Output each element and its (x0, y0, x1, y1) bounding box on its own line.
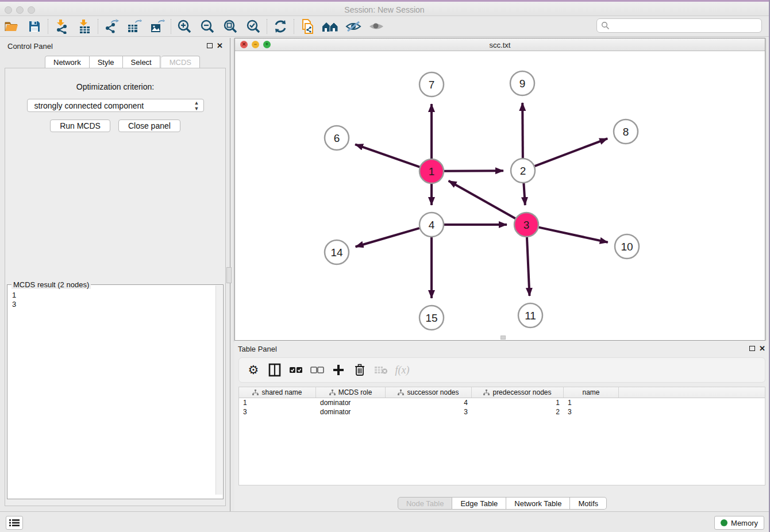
graph-node-label: 8 (623, 126, 629, 138)
application-window: Session: New Session Control Panel (0, 0, 770, 532)
graph-edge-2-3[interactable] (523, 183, 525, 205)
refresh-button[interactable] (269, 17, 292, 36)
graph-node-7[interactable]: 7 (419, 72, 444, 97)
cell-predecessor-nodes: 2 (472, 407, 564, 417)
graph-node-15[interactable]: 15 (419, 306, 444, 330)
import-network-button[interactable] (50, 17, 73, 36)
network-canvas[interactable]: 7968124310141511 (235, 51, 765, 340)
mcds-result-group: MCDS result (2 nodes) 1 3 (7, 284, 224, 499)
network-window-titlebar[interactable]: ✕ − + scc.txt (235, 38, 765, 51)
fx-icon: f(x) (395, 364, 410, 376)
graph-node-11[interactable]: 11 (518, 303, 542, 327)
tab-motifs[interactable]: Motifs (570, 497, 607, 510)
canvas-scroll-thumb[interactable] (500, 336, 506, 340)
control-panel-title: Control Panel (7, 42, 53, 51)
graph-node-10[interactable]: 10 (615, 234, 639, 259)
tab-edge-table[interactable]: Edge Table (452, 497, 506, 510)
open-session-button[interactable] (0, 17, 23, 36)
tab-style[interactable]: Style (90, 56, 123, 68)
graph-node-8[interactable]: 8 (614, 119, 638, 144)
graph-edge-2-8[interactable] (535, 138, 608, 166)
graph-node-1[interactable]: 1 (419, 159, 444, 183)
import-table-button[interactable] (73, 17, 96, 36)
show-all-button[interactable] (365, 17, 388, 36)
export-network-button[interactable] (100, 17, 123, 36)
checked-boxes-icon (289, 367, 303, 373)
export-table-button[interactable] (123, 17, 146, 36)
float-panel-icon[interactable] (749, 346, 755, 351)
first-neighbors-button[interactable] (319, 17, 342, 36)
float-panel-icon[interactable] (207, 43, 213, 48)
toolbar-separator (267, 19, 267, 34)
table-row[interactable]: 3 dominator 3 2 3 (239, 407, 765, 417)
task-history-button[interactable] (6, 516, 23, 530)
import-table-icon (78, 19, 91, 34)
graph-node-4[interactable]: 4 (419, 213, 444, 237)
save-session-button[interactable] (23, 17, 46, 36)
cell-mcds-role: dominator (316, 398, 386, 407)
graph-node-14[interactable]: 14 (325, 240, 349, 264)
graph-edge-1-6[interactable] (355, 144, 419, 167)
hide-selected-button[interactable] (342, 17, 365, 36)
graph-edge-3-11[interactable] (527, 237, 530, 296)
graph-node-label: 10 (621, 241, 633, 253)
memory-button[interactable]: Memory (714, 516, 764, 530)
graph-node-label: 7 (429, 79, 435, 91)
graph-node-label: 6 (334, 132, 340, 144)
tab-mcds[interactable]: MCDS (161, 56, 200, 68)
graph-edge-1-2[interactable] (444, 171, 503, 171)
table-row[interactable]: 1 dominator 4 1 1 (239, 398, 765, 407)
status-bar: Memory (0, 511, 769, 532)
zoom-fit-button[interactable] (219, 17, 242, 36)
show-all-columns-button[interactable] (287, 361, 305, 379)
graph-node-label: 15 (425, 312, 437, 324)
column-header-mcds-role[interactable]: MCDS role (316, 387, 386, 398)
tab-select[interactable]: Select (123, 56, 160, 68)
zoom-in-button[interactable] (173, 17, 196, 36)
close-panel-button[interactable]: Close panel (118, 119, 180, 132)
run-mcds-button[interactable]: Run MCDS (50, 119, 110, 132)
close-panel-icon[interactable]: ✕ (217, 41, 223, 50)
table-panel-tabs: Node Table Edge Table Network Table Moti… (234, 497, 770, 510)
tab-network-table[interactable]: Network Table (506, 497, 570, 510)
graph-edge-3-1[interactable] (449, 181, 515, 219)
eye-icon (368, 20, 384, 33)
panel-splitter-grip[interactable] (226, 267, 232, 283)
tab-network[interactable]: Network (45, 56, 90, 68)
graph-node-6[interactable]: 6 (325, 126, 349, 150)
clone-network-button[interactable] (296, 17, 319, 36)
result-item: 1 (12, 291, 223, 300)
search-input[interactable] (610, 21, 761, 30)
cell-name: 3 (564, 407, 619, 417)
graph-node-label: 2 (520, 165, 526, 177)
column-header-predecessor-nodes[interactable]: predecessor nodes (472, 387, 564, 398)
graph-node-3[interactable]: 3 (514, 213, 538, 237)
cell-shared-name: 1 (239, 398, 316, 407)
graph-node-9[interactable]: 9 (510, 71, 534, 95)
graph-edge-4-14[interactable] (356, 228, 419, 246)
graph-edge-2-9[interactable] (522, 103, 523, 158)
table-settings-button[interactable]: ⚙ (245, 361, 262, 379)
delete-column-button[interactable] (351, 361, 368, 379)
refresh-icon (273, 19, 288, 34)
column-header-name[interactable]: name (564, 387, 619, 398)
delete-table-icon (374, 365, 388, 375)
column-header-successor-nodes[interactable]: successor nodes (386, 387, 472, 398)
export-image-button[interactable] (146, 17, 169, 36)
hide-all-columns-button[interactable] (309, 361, 326, 379)
criterion-dropdown[interactable]: strongly connected component ▲▼ (27, 99, 204, 112)
close-panel-icon[interactable]: ✕ (759, 344, 765, 353)
node-table[interactable]: shared name MCDS role successor nodes pr… (238, 387, 765, 485)
tab-node-table[interactable]: Node Table (398, 497, 453, 510)
column-header-shared-name[interactable]: shared name (239, 387, 316, 398)
zoom-out-button[interactable] (196, 17, 219, 36)
zoom-out-icon (200, 19, 215, 34)
search-box[interactable] (596, 18, 762, 33)
graph-edge-3-10[interactable] (538, 228, 607, 242)
toolbar-separator (48, 19, 48, 34)
graph-node-2[interactable]: 2 (511, 159, 535, 183)
zoom-selected-button[interactable] (242, 17, 265, 36)
result-scrollbar[interactable] (215, 286, 222, 495)
create-column-button[interactable] (330, 361, 347, 379)
column-mode-button[interactable] (266, 361, 283, 379)
